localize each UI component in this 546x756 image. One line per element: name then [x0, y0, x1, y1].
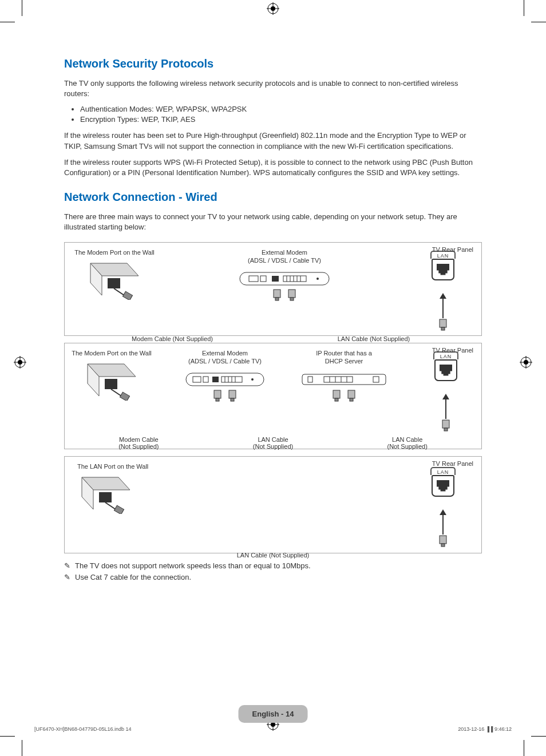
wall-port-icon [83, 359, 140, 401]
svg-point-52 [251, 378, 254, 381]
cable-connector-icon [346, 389, 357, 402]
svg-rect-36 [440, 319, 446, 327]
list-item: Authentication Modes: WEP, WPAPSK, WPA2P… [80, 105, 482, 113]
svg-rect-54 [216, 398, 219, 401]
external-modem-label: External Modem (ADSL / VDSL / Cable TV) [188, 349, 262, 366]
cable-connector-icon [438, 318, 448, 331]
list-item: Encryption Types: WEP, TKIP, AES [80, 115, 482, 124]
svg-rect-69 [442, 420, 449, 428]
tv-rear-panel-label: TV Rear Panel [432, 246, 473, 253]
svg-rect-68 [350, 398, 353, 401]
diagram-wired-3: TV Rear Panel The LAN Port on the Wall [64, 456, 482, 553]
cable-label: LAN Cable (Not Supplied) [273, 335, 474, 342]
arrow-up-icon [440, 509, 446, 515]
cable-connector-icon [438, 535, 448, 547]
svg-rect-75 [114, 505, 124, 514]
paragraph: If the wireless router has been set to P… [64, 130, 482, 151]
svg-rect-67 [348, 390, 355, 398]
note-icon: ✎ [64, 561, 70, 571]
svg-rect-40 [105, 379, 117, 389]
paragraph: The TV only supports the following wirel… [64, 78, 482, 99]
cable-label: LAN Cable(Not Supplied) [340, 436, 474, 450]
footer-timestamp: 2013-12-16 ▐▐ 9:46:12 [458, 726, 512, 732]
heading-security-protocols: Network Security Protocols [64, 57, 482, 70]
svg-rect-42 [120, 392, 129, 401]
heading-network-wired: Network Connection - Wired [64, 191, 482, 204]
diagram-wired-1: TV Rear Panel The Modem Port on the Wall [64, 242, 482, 336]
cable-label: Modem Cable (Not Supplied) [72, 335, 273, 342]
cable-connector-icon [227, 389, 238, 402]
svg-rect-65 [333, 390, 340, 398]
wall-port-label: The Modem Port on the Wall [72, 349, 152, 357]
svg-rect-34 [288, 290, 295, 298]
arrow-stem [445, 399, 446, 419]
svg-rect-35 [290, 298, 294, 300]
cable-label: LAN Cable(Not Supplied) [206, 436, 341, 450]
svg-rect-46 [212, 377, 219, 382]
note-text: The TV does not support network speeds l… [75, 561, 311, 570]
wall-port-label: The Modem Port on the Wall [74, 248, 155, 256]
note-icon: ✎ [64, 573, 70, 583]
tv-rear-panel-label: TV Rear Panel [432, 460, 473, 467]
modem-icon [185, 367, 265, 390]
svg-rect-33 [275, 298, 279, 300]
registration-mark-icon [520, 356, 532, 369]
ip-router-label: IP Router that has a DHCP Server [316, 349, 372, 366]
svg-rect-76 [440, 536, 446, 544]
lan-port-icon: LAN [426, 467, 460, 504]
lan-port-icon: LAN [426, 251, 460, 287]
modem-icon [239, 267, 330, 290]
arrow-up-icon [440, 293, 446, 299]
svg-rect-20 [122, 291, 132, 300]
notes-block: ✎ The TV does not support network speeds… [64, 561, 482, 583]
cable-connector-icon [272, 288, 282, 301]
wall-port-label: The LAN Port on the Wall [77, 462, 148, 470]
svg-rect-32 [274, 290, 280, 298]
svg-rect-55 [229, 390, 236, 398]
cable-connector-icon [287, 288, 297, 301]
cable-connector-icon [212, 389, 223, 402]
external-modem-label: External Modem (ADSL / VDSL / Cable TV) [248, 248, 321, 265]
cable-label: Modem Cable(Not Supplied) [72, 436, 206, 450]
cable-label: LAN Cable (Not Supplied) [72, 552, 474, 559]
cable-connector-icon [441, 419, 451, 432]
svg-rect-24 [272, 276, 279, 282]
svg-rect-37 [441, 327, 445, 330]
diagram-wired-2: TV Rear Panel The Modem Port on the Wall [64, 343, 482, 449]
svg-rect-70 [444, 428, 448, 431]
wall-port-icon [86, 259, 143, 300]
svg-rect-21 [240, 272, 329, 285]
svg-rect-56 [231, 398, 234, 401]
footer-filename: [UF6470-XH]BN68-04779D-05L16.indb 14 [34, 726, 132, 732]
cable-connector-icon [331, 389, 342, 402]
svg-rect-66 [335, 398, 338, 401]
lan-port-icon: LAN [429, 351, 463, 388]
arrow-stem [442, 299, 444, 318]
svg-rect-18 [108, 278, 120, 288]
note-text: Use Cat 7 cable for the connection. [75, 573, 191, 581]
svg-rect-77 [441, 544, 445, 547]
bullet-list: Authentication Modes: WEP, WPAPSK, WPA2P… [64, 105, 482, 124]
page-footer-pill: English - 14 [239, 705, 308, 723]
svg-point-31 [316, 278, 319, 280]
registration-mark-icon [267, 2, 279, 15]
svg-rect-53 [214, 390, 221, 398]
lan-tag-label: LAN [430, 467, 456, 475]
router-icon [301, 367, 387, 390]
paragraph: There are three main ways to connect you… [64, 212, 482, 232]
wall-port-icon [77, 473, 134, 514]
arrow-stem [442, 515, 444, 535]
paragraph: If the wireless router supports WPS (Wi-… [64, 157, 482, 178]
registration-mark-icon [14, 356, 26, 369]
arrow-up-icon [442, 394, 449, 399]
tv-rear-panel-label: TV Rear Panel [432, 347, 473, 354]
svg-rect-73 [99, 492, 112, 502]
